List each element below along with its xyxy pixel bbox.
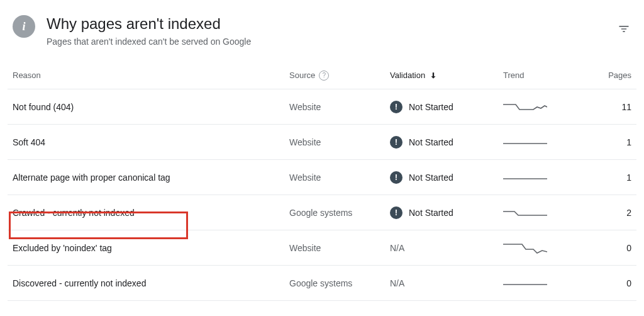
filter-button[interactable] xyxy=(616,21,631,37)
sparkline-icon xyxy=(503,133,547,151)
page-header: i Why pages aren't indexed Pages that ar… xyxy=(8,10,636,62)
alert-icon: ! xyxy=(390,136,402,149)
source-cell: Website xyxy=(289,102,390,112)
pages-cell: 2 xyxy=(579,208,631,218)
pages-cell: 0 xyxy=(579,243,631,253)
alert-icon: ! xyxy=(390,206,402,219)
col-trend-label: Trend xyxy=(503,71,524,80)
validation-cell: !Not Started xyxy=(390,206,503,219)
trend-cell xyxy=(503,133,579,151)
col-validation[interactable]: Validation xyxy=(390,71,503,80)
reason-cell: Crawled - currently not indexed xyxy=(13,208,289,218)
sparkline-icon xyxy=(503,239,547,257)
table-row[interactable]: Not found (404)Website!Not Started11 xyxy=(8,89,636,125)
col-source[interactable]: Source ? xyxy=(289,71,390,81)
source-cell: Google systems xyxy=(289,278,390,288)
reason-cell: Discovered - currently not indexed xyxy=(13,278,289,288)
trend-cell xyxy=(503,239,579,257)
table-row[interactable]: Discovered - currently not indexedGoogle… xyxy=(8,266,636,301)
sparkline-icon xyxy=(503,98,547,116)
validation-text: Not Started xyxy=(409,137,453,147)
pages-cell: 1 xyxy=(579,172,631,183)
pages-cell: 11 xyxy=(579,102,631,112)
filter-icon xyxy=(618,23,630,35)
page-subtitle: Pages that aren't indexed can't be serve… xyxy=(47,37,631,47)
info-icon: i xyxy=(13,15,35,38)
trend-cell xyxy=(503,274,579,292)
reason-text: Crawled - currently not indexed xyxy=(13,208,135,218)
validation-cell: N/A xyxy=(390,243,503,253)
trend-cell xyxy=(503,204,579,222)
sort-descending-icon xyxy=(429,71,438,80)
reason-text: Alternate page with proper canonical tag xyxy=(13,172,170,183)
col-pages-label: Pages xyxy=(608,71,631,80)
alert-icon: ! xyxy=(390,171,402,184)
reason-cell: Excluded by 'noindex' tag xyxy=(13,243,289,253)
col-trend[interactable]: Trend xyxy=(503,71,579,80)
validation-cell: !Not Started xyxy=(390,136,503,149)
validation-text: N/A xyxy=(390,243,404,253)
validation-text: Not Started xyxy=(409,208,453,218)
reason-cell: Alternate page with proper canonical tag xyxy=(13,172,289,183)
reasons-table: Reason Source ? Validation Trend Pages N… xyxy=(8,62,636,301)
trend-cell xyxy=(503,98,579,116)
source-cell: Google systems xyxy=(289,208,390,218)
sparkline-icon xyxy=(503,169,547,186)
reason-cell: Not found (404) xyxy=(13,102,289,112)
source-cell: Website xyxy=(289,172,390,183)
source-cell: Website xyxy=(289,137,390,147)
reason-cell: Soft 404 xyxy=(13,137,289,147)
sparkline-icon xyxy=(503,274,547,292)
table-row[interactable]: Alternate page with proper canonical tag… xyxy=(8,160,636,195)
col-validation-label: Validation xyxy=(390,71,425,80)
col-source-label: Source xyxy=(289,71,315,80)
validation-text: N/A xyxy=(390,278,404,288)
source-cell: Website xyxy=(289,243,390,253)
reason-text: Not found (404) xyxy=(13,102,74,112)
validation-cell: !Not Started xyxy=(390,171,503,184)
validation-cell: N/A xyxy=(390,278,503,288)
table-row[interactable]: Crawled - currently not indexedGoogle sy… xyxy=(8,195,636,230)
table-row[interactable]: Excluded by 'noindex' tagWebsiteN/A0 xyxy=(8,230,636,266)
col-pages[interactable]: Pages xyxy=(579,71,631,80)
table-body: Not found (404)Website!Not Started11Soft… xyxy=(8,89,636,301)
pages-cell: 0 xyxy=(579,278,631,288)
page-title: Why pages aren't indexed xyxy=(47,15,631,33)
validation-text: Not Started xyxy=(409,102,453,112)
validation-cell: !Not Started xyxy=(390,101,503,113)
alert-icon: ! xyxy=(390,101,402,113)
pages-cell: 1 xyxy=(579,137,631,147)
col-reason-label: Reason xyxy=(13,71,41,80)
reason-text: Soft 404 xyxy=(13,137,45,147)
validation-text: Not Started xyxy=(409,172,453,183)
trend-cell xyxy=(503,169,579,186)
reason-text: Discovered - currently not indexed xyxy=(13,278,146,288)
table-header-row: Reason Source ? Validation Trend Pages xyxy=(8,62,636,89)
reason-text: Excluded by 'noindex' tag xyxy=(13,243,112,253)
sparkline-icon xyxy=(503,204,547,222)
col-reason[interactable]: Reason xyxy=(13,71,289,80)
table-row[interactable]: Soft 404Website!Not Started1 xyxy=(8,125,636,160)
help-icon[interactable]: ? xyxy=(319,71,329,81)
